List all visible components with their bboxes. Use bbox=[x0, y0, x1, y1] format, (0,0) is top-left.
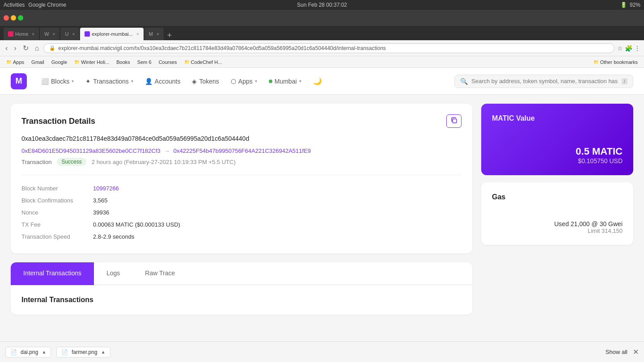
tx-fee-value: 0.00063 MATIC ($0.000133 USD) bbox=[93, 221, 180, 228]
bookmark-google[interactable]: Google bbox=[49, 59, 70, 66]
card-title-text: Transaction Details bbox=[21, 117, 95, 126]
addr-icons: ☆ 🧩 ⋮ bbox=[617, 45, 640, 52]
browser-tab-u[interactable]: U × bbox=[60, 28, 79, 40]
address-bar[interactable]: 🔒 explorer-mumbai.maticvigil.com/tx/0xa1… bbox=[43, 43, 614, 53]
reload-btn[interactable]: ↻ bbox=[21, 43, 30, 53]
keyboard-shortcut: / bbox=[622, 78, 627, 84]
transactions-icon: ✦ bbox=[85, 78, 91, 85]
bookmark-google-label: Google bbox=[51, 59, 67, 65]
tx-fee-label: TX Fee bbox=[21, 221, 93, 228]
bookmark-other-label: Other bookmarks bbox=[600, 59, 638, 65]
left-panel: Transaction Details 0xa10ea3cdaec7b21c81… bbox=[11, 104, 472, 315]
bookmark-sem6[interactable]: Sem 6 bbox=[135, 59, 154, 66]
tab-logs[interactable]: Logs bbox=[94, 262, 132, 285]
menu-btn[interactable]: ⋮ bbox=[634, 45, 640, 52]
os-bar: Activities Google Chrome Sun Feb 28 00:3… bbox=[0, 0, 644, 10]
nav-network-label: Mumbai bbox=[275, 78, 297, 85]
tx-fee-row: TX Fee 0.00063 MATIC ($0.000133 USD) bbox=[21, 219, 462, 231]
tx-status-badge: Success bbox=[57, 158, 86, 166]
window-min-btn[interactable] bbox=[11, 15, 16, 21]
to-address-link[interactable]: 0x42225F54b47b9950756F64A221C326942A511f… bbox=[174, 147, 311, 154]
browser-tab-m[interactable]: M × bbox=[144, 28, 164, 40]
bookmark-codechef[interactable]: 📁 CodeChef H... bbox=[182, 59, 225, 66]
gas-details: Used 21,000 @ 30 Gwei Limit 314,150 bbox=[492, 220, 623, 234]
url-text: explorer-mumbai.maticvigil.com/tx/0xa10e… bbox=[58, 45, 609, 51]
nav-apps[interactable]: ⬡ Apps ▾ bbox=[225, 74, 263, 88]
nav-blocks-label: Blocks bbox=[51, 78, 69, 85]
tab-close-u[interactable]: × bbox=[72, 32, 75, 37]
tabs-content: Internal Transactions bbox=[11, 285, 472, 315]
search-input[interactable] bbox=[471, 78, 618, 84]
nav-tokens-label: Tokens bbox=[199, 78, 219, 85]
tab-close-m[interactable]: × bbox=[157, 32, 159, 37]
main-nav: M ⬜ Blocks ▾ ✦ Transactions ▾ 👤 Accounts… bbox=[0, 68, 644, 95]
apps-icon: ⬡ bbox=[231, 78, 236, 85]
nav-accounts[interactable]: 👤 Accounts bbox=[140, 74, 186, 88]
back-btn[interactable]: ‹ bbox=[4, 43, 9, 53]
browser-tab-home[interactable]: Home × bbox=[4, 28, 39, 40]
network-chevron-icon: ▾ bbox=[299, 79, 301, 84]
block-number-label: Block Number bbox=[21, 185, 93, 192]
folder-icon-codechef: 📁 bbox=[184, 59, 190, 64]
matic-card-title: MATIC Value bbox=[492, 114, 623, 122]
nav-search[interactable]: 🔍 / bbox=[454, 75, 633, 88]
search-icon: 🔍 bbox=[460, 78, 468, 85]
block-confirmations-row: Block Confirmations 3,565 bbox=[21, 194, 462, 206]
window-close-btn[interactable] bbox=[4, 15, 9, 21]
bookmark-gmail[interactable]: Gmail bbox=[29, 59, 47, 66]
nav-apps-label: Apps bbox=[238, 78, 253, 85]
tx-meta: Transaction Success 2 hours ago (Februar… bbox=[21, 158, 462, 166]
block-number-value[interactable]: 10997266 bbox=[93, 185, 119, 192]
bookmarks-bar: 📁 Apps Gmail Google 📁 Winter Holi... Boo… bbox=[0, 56, 644, 68]
block-number-row: Block Number 10997266 bbox=[21, 182, 462, 194]
browser-tab-w[interactable]: W × bbox=[40, 28, 59, 40]
nav-transactions[interactable]: ✦ Transactions ▾ bbox=[80, 74, 139, 88]
tab-label-m: M bbox=[149, 31, 153, 37]
tab-close-explorer[interactable]: × bbox=[136, 32, 139, 37]
matic-value: 0.5 MATIC $0.105750 USD bbox=[492, 146, 623, 164]
nav-tokens[interactable]: ◈ Tokens bbox=[186, 74, 224, 88]
tab-close-w[interactable]: × bbox=[53, 32, 55, 37]
transactions-chevron-icon: ▾ bbox=[131, 79, 133, 84]
matic-value-card: MATIC Value 0.5 MATIC $0.105750 USD bbox=[481, 104, 633, 175]
browser-label: Google Chrome bbox=[28, 2, 66, 8]
window-max-btn[interactable] bbox=[18, 15, 23, 21]
home-btn[interactable]: ⌂ bbox=[33, 43, 41, 53]
star-btn[interactable]: ☆ bbox=[617, 45, 623, 52]
bookmark-books[interactable]: Books bbox=[114, 59, 133, 66]
copy-hash-button[interactable] bbox=[446, 114, 462, 128]
bookmark-winter[interactable]: 📁 Winter Holi... bbox=[72, 59, 112, 66]
nonce-row: Nonce 39936 bbox=[21, 206, 462, 219]
forward-btn[interactable]: › bbox=[12, 43, 18, 53]
tabs-section: Internal Transactions Logs Raw Trace Int… bbox=[11, 262, 472, 315]
tab-internal-transactions[interactable]: Internal Transactions bbox=[11, 262, 94, 285]
bookmark-books-label: Books bbox=[116, 59, 130, 65]
new-tab-btn[interactable]: + bbox=[167, 31, 172, 40]
address-bar-row: ‹ › ↻ ⌂ 🔒 explorer-mumbai.maticvigil.com… bbox=[0, 40, 644, 56]
browser-tab-bar: Home × W × U × explorer-mumbai... × M × … bbox=[0, 26, 644, 40]
apps-chevron-icon: ▾ bbox=[255, 79, 257, 84]
nav-blocks[interactable]: ⬜ Blocks ▾ bbox=[36, 74, 79, 88]
tab-favicon-explorer bbox=[85, 31, 90, 37]
right-panel: MATIC Value 0.5 MATIC $0.105750 USD Gas … bbox=[481, 104, 633, 315]
folder-icon-other: 📁 bbox=[593, 59, 599, 64]
tab-close-home[interactable]: × bbox=[32, 32, 34, 37]
tab-raw-trace[interactable]: Raw Trace bbox=[132, 262, 187, 285]
folder-icon-winter: 📁 bbox=[74, 59, 80, 64]
bookmark-apps[interactable]: 📁 Apps bbox=[4, 59, 27, 66]
nonce-label: Nonce bbox=[21, 209, 93, 216]
dark-mode-btn[interactable]: 🌙 bbox=[313, 77, 322, 85]
folder-icon: 📁 bbox=[6, 59, 12, 64]
nav-network[interactable]: Mumbai ▾ bbox=[263, 74, 307, 88]
browser-tab-explorer[interactable]: explorer-mumbai... × bbox=[80, 28, 144, 40]
window-controls bbox=[4, 15, 23, 21]
svg-rect-0 bbox=[453, 119, 457, 123]
bookmark-courses[interactable]: Courses bbox=[156, 59, 180, 66]
bookmark-courses-label: Courses bbox=[159, 59, 177, 65]
from-address-link[interactable]: 0xE84D601E5D945031129a83E5602be0CC7f182C… bbox=[21, 147, 161, 154]
extensions-btn[interactable]: 🧩 bbox=[625, 45, 632, 52]
nav-logo[interactable]: M bbox=[11, 73, 27, 89]
tabs-bar: Internal Transactions Logs Raw Trace bbox=[11, 262, 472, 285]
nav-items: ⬜ Blocks ▾ ✦ Transactions ▾ 👤 Accounts ◈… bbox=[36, 74, 454, 88]
bookmark-other[interactable]: 📁 Other bookmarks bbox=[591, 59, 640, 66]
